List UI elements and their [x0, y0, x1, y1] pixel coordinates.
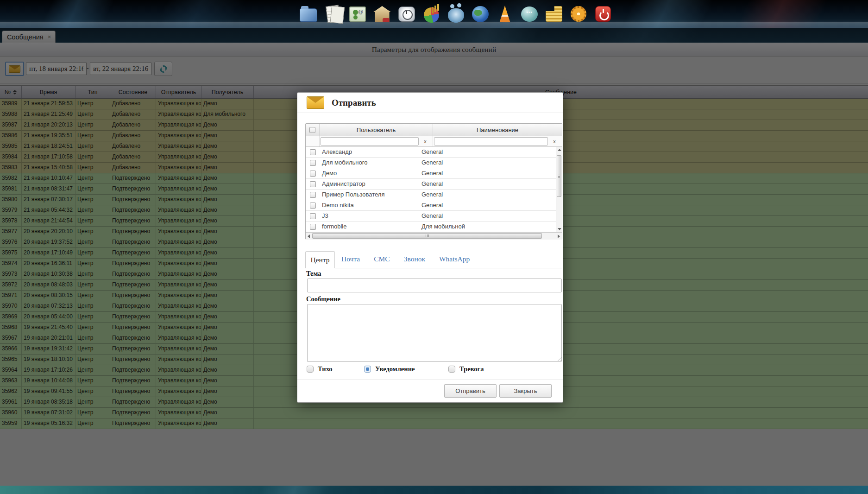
- power-icon[interactable]: [594, 3, 612, 25]
- channel-tab[interactable]: Звонок: [404, 255, 425, 268]
- screen: Сообщения × Параметры для отображения со…: [0, 0, 868, 494]
- notification-options: ТихоУведомлениеТревога: [297, 365, 564, 375]
- grid-horizontal-scrollbar[interactable]: [306, 232, 562, 240]
- grid-cell-name: General: [419, 158, 556, 168]
- gear-icon-shape: [571, 6, 586, 22]
- grid-cell-user: Пример Пользователя: [320, 190, 419, 200]
- chat-icon[interactable]: [520, 3, 539, 25]
- grid-cell-name: General: [419, 147, 556, 157]
- globe-icon[interactable]: [471, 3, 490, 25]
- row-checkbox[interactable]: [310, 192, 316, 198]
- option-checkbox[interactable]: [307, 366, 314, 373]
- coins-icon[interactable]: [545, 3, 563, 25]
- scroll-left-icon[interactable]: [308, 234, 310, 238]
- grid-row[interactable]: Пример ПользователяGeneral: [306, 190, 556, 200]
- card-icon[interactable]: [348, 3, 367, 25]
- close-button[interactable]: Закрыть: [499, 384, 552, 398]
- user-filter-clear-button[interactable]: x: [419, 139, 432, 144]
- grid-col-name[interactable]: Наименование: [433, 124, 562, 136]
- home-icon[interactable]: [373, 3, 391, 25]
- message-label: Сообщение: [306, 295, 340, 303]
- coins-icon-shape: [546, 6, 562, 22]
- channel-tab[interactable]: WhatsApp: [439, 255, 470, 268]
- cone-icon-shape: [497, 6, 512, 22]
- row-checkbox[interactable]: [310, 149, 316, 155]
- grid-cell-user: J3: [320, 211, 419, 221]
- row-checkbox[interactable]: [310, 160, 316, 166]
- row-checkbox-cell: [306, 158, 320, 168]
- power-icon-shape: [595, 6, 611, 22]
- row-checkbox-cell: [306, 168, 320, 178]
- channel-tab[interactable]: СМС: [374, 255, 390, 268]
- clock-icon-shape: [398, 6, 415, 22]
- horizontal-scroll-thumb[interactable]: [312, 233, 542, 239]
- grid-col-user[interactable]: Пользователь: [320, 124, 433, 136]
- message-textarea[interactable]: [307, 304, 562, 362]
- folder-icon[interactable]: [299, 3, 318, 25]
- grid-body: АлександрGeneralДля мобильногоGeneralДем…: [306, 147, 562, 232]
- select-all-checkbox[interactable]: [309, 127, 315, 133]
- option-checkbox[interactable]: [448, 366, 455, 373]
- grid-cell-user: Demo nikita: [320, 200, 419, 210]
- user-filter-input[interactable]: [321, 137, 419, 146]
- docs-icon[interactable]: [324, 3, 342, 25]
- taskbar: [0, 0, 868, 28]
- grid-row[interactable]: formobileДля мобильной: [306, 222, 556, 232]
- stats-icon[interactable]: [422, 3, 440, 25]
- send-dialog: Отправить Пользователь Наименование x x: [297, 92, 563, 403]
- cone-icon[interactable]: [496, 3, 514, 25]
- grid-row[interactable]: ДемоGeneral: [306, 168, 556, 179]
- scroll-down-icon[interactable]: [558, 228, 561, 230]
- gear-icon[interactable]: [569, 3, 588, 25]
- row-checkbox[interactable]: [310, 171, 316, 177]
- option-silent[interactable]: Тихо: [307, 365, 333, 373]
- grid-row[interactable]: Для мобильногоGeneral: [306, 158, 556, 168]
- grid-vertical-scrollbar[interactable]: [556, 147, 562, 232]
- grid-cell-name: General: [419, 190, 556, 200]
- grid-cell-user: Демо: [320, 168, 419, 178]
- option-label: Тревога: [459, 365, 484, 373]
- clock-icon[interactable]: [397, 3, 416, 25]
- channel-tab[interactable]: Центр: [305, 251, 335, 268]
- name-filter-clear-button[interactable]: x: [548, 139, 561, 144]
- option-notification[interactable]: Уведомление: [364, 365, 415, 373]
- channel-tabs: ЦентрПочтаСМСЗвонокWhatsApp: [305, 251, 562, 268]
- row-checkbox-cell: [306, 179, 320, 189]
- row-checkbox-cell: [306, 200, 320, 210]
- send-button[interactable]: Отправить: [444, 384, 497, 398]
- select-all-cell[interactable]: [306, 124, 320, 136]
- grid-cell-user: Александр: [320, 147, 419, 157]
- desktop-bottom-strip: [0, 486, 868, 494]
- scroll-up-icon[interactable]: [558, 149, 561, 151]
- option-checkbox[interactable]: [364, 366, 371, 373]
- row-checkbox-cell: [306, 211, 320, 221]
- grid-filter-row: x x: [306, 136, 562, 147]
- grid-rows: АлександрGeneralДля мобильногоGeneralДем…: [306, 147, 556, 232]
- subject-label: Тема: [306, 270, 321, 278]
- row-checkbox[interactable]: [310, 213, 316, 219]
- grid-row[interactable]: Demo nikitaGeneral: [306, 200, 556, 211]
- grid-row[interactable]: J3General: [306, 211, 556, 222]
- grid-row[interactable]: АлександрGeneral: [306, 147, 556, 158]
- scroll-right-icon[interactable]: [558, 234, 560, 238]
- stats-icon-shape: [424, 7, 439, 23]
- grid-cell-name: General: [419, 179, 556, 189]
- vertical-scroll-thumb[interactable]: [557, 155, 561, 197]
- row-checkbox[interactable]: [310, 203, 316, 209]
- option-alarm[interactable]: Тревога: [448, 365, 484, 373]
- row-checkbox-cell: [306, 147, 320, 157]
- grid-row[interactable]: АдминистраторGeneral: [306, 179, 556, 190]
- grid-cell-user: Для мобильного: [320, 158, 419, 168]
- channel-tab[interactable]: Почта: [341, 255, 360, 268]
- recipients-grid: Пользователь Наименование x x АлександрG…: [305, 123, 562, 240]
- dialog-title: Отправить: [332, 93, 376, 113]
- grid-cell-user: Администратор: [320, 179, 419, 189]
- name-filter-input[interactable]: [434, 137, 548, 146]
- row-checkbox-cell: [306, 222, 320, 232]
- row-checkbox[interactable]: [310, 224, 316, 230]
- alien-icon[interactable]: [447, 3, 465, 25]
- globe-icon-shape: [472, 6, 489, 22]
- alien-icon-shape: [448, 8, 464, 23]
- subject-input[interactable]: [307, 279, 562, 292]
- row-checkbox[interactable]: [310, 181, 316, 187]
